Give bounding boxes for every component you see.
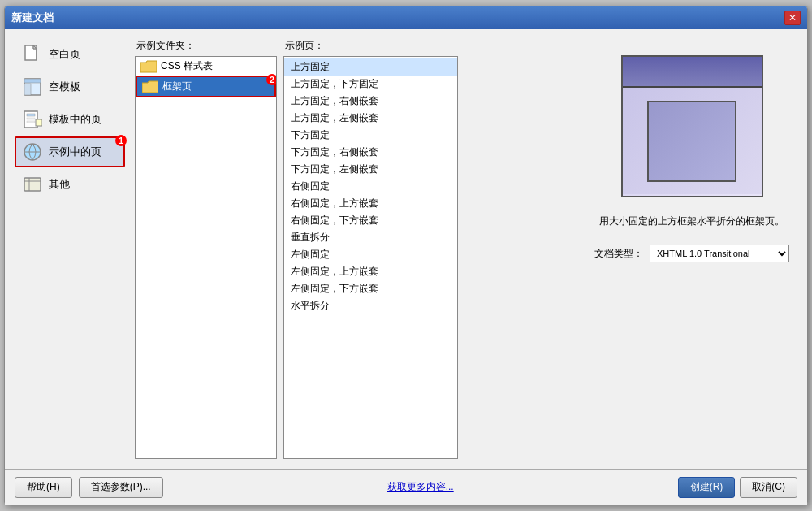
- folder-css-label: CSS 样式表: [161, 59, 213, 73]
- middle-section: 示例文件夹： CSS 样式表 框架页 2: [135, 39, 580, 459]
- page-item-vertical-split[interactable]: 垂直拆分: [284, 229, 457, 246]
- help-button[interactable]: 帮助(H): [15, 477, 72, 498]
- category-sample-page-label: 示例中的页: [49, 145, 102, 159]
- page-item-horizontal-split[interactable]: 水平拆分: [284, 297, 457, 314]
- category-blank-template[interactable]: 空模板: [15, 71, 125, 102]
- page-item-right-top-nested[interactable]: 右侧固定，上方嵌套: [284, 195, 457, 212]
- page-item-right-fixed[interactable]: 右侧固定: [284, 178, 457, 195]
- page-item-bottom-right-nested[interactable]: 下方固定，右侧嵌套: [284, 144, 457, 161]
- pages-list[interactable]: 上方固定 上方固定，下方固定 上方固定，右侧嵌套 上方固定，左侧嵌套 下方固定: [283, 56, 458, 459]
- doctype-select[interactable]: XHTML 1.0 Transitional XHTML 1.0 Strict …: [650, 245, 789, 262]
- svg-rect-10: [36, 119, 42, 126]
- blank-page-icon: [23, 45, 42, 64]
- folder-frameworks-label: 框架页: [162, 80, 192, 93]
- folder-item-frameworks[interactable]: 框架页 2: [136, 76, 276, 97]
- bottom-right-buttons: 创建(R) 取消(C): [678, 477, 797, 498]
- svg-rect-7: [27, 114, 35, 116]
- category-template-page-label: 模板中的页: [49, 112, 102, 127]
- page-item-top-bottom-fixed[interactable]: 上方固定，下方固定: [284, 76, 457, 93]
- category-blank-page-label: 空白页: [49, 47, 80, 62]
- left-panel: 空白页 空模板 模板中的页: [15, 39, 128, 459]
- category-blank-page[interactable]: 空白页: [15, 39, 125, 70]
- preview-bottom-area: [623, 88, 762, 194]
- title-bar: 新建文档 ✕: [5, 6, 807, 29]
- main-content: 空白页 空模板 模板中的页: [5, 29, 807, 469]
- doctype-label: 文档类型：: [594, 247, 643, 261]
- page-item-top-left-nested[interactable]: 上方固定，左侧嵌套: [284, 110, 457, 127]
- svg-rect-9: [27, 121, 35, 123]
- category-other[interactable]: 其他: [15, 169, 125, 200]
- page-item-bottom-left-nested[interactable]: 下方固定，左侧嵌套: [284, 161, 457, 178]
- folder-panel: 示例文件夹： CSS 样式表 框架页 2: [135, 39, 277, 459]
- create-button[interactable]: 创建(R): [678, 477, 736, 498]
- preferences-button[interactable]: 首选参数(P)...: [79, 477, 163, 498]
- page-item-left-top-nested[interactable]: 左侧固定，上方嵌套: [284, 263, 457, 280]
- folder-list[interactable]: CSS 样式表 框架页 2: [135, 56, 277, 459]
- category-template-page[interactable]: 模板中的页: [15, 104, 125, 135]
- close-button[interactable]: ✕: [784, 11, 801, 25]
- svg-rect-13: [24, 178, 41, 191]
- blank-template-icon: [23, 77, 42, 97]
- other-icon: [23, 175, 42, 194]
- get-more-button[interactable]: 获取更多内容...: [387, 480, 454, 494]
- category-sample-page[interactable]: 示例中的页 1: [15, 136, 125, 167]
- page-item-bottom-fixed[interactable]: 下方固定: [284, 127, 457, 144]
- template-page-icon: [23, 110, 42, 129]
- sample-page-icon: [23, 142, 42, 162]
- svg-rect-8: [27, 118, 35, 119]
- page-item-top-fixed[interactable]: 上方固定: [284, 58, 457, 76]
- page-item-left-fixed[interactable]: 左侧固定: [284, 246, 457, 263]
- sample-page-badge: 1: [115, 135, 127, 146]
- page-item-left-bottom-nested[interactable]: 左侧固定，下方嵌套: [284, 280, 457, 297]
- new-document-dialog: 新建文档 ✕ 空白页 空模板: [4, 6, 808, 505]
- page-item-top-right-nested[interactable]: 上方固定，右侧嵌套: [284, 93, 457, 110]
- folder-badge: 2: [266, 74, 277, 85]
- folder-icon-css: [140, 60, 157, 73]
- category-other-label: 其他: [49, 177, 70, 192]
- right-panel: 用大小固定的上方框架水平折分的框架页。 文档类型： XHTML 1.0 Tran…: [586, 39, 797, 459]
- pages-panel: 示例页： 上方固定 上方固定，下方固定 上方固定，右侧嵌套 上方固定，左侧嵌套: [283, 39, 458, 459]
- preview-inner-frame: [647, 101, 736, 182]
- page-item-right-bottom-nested[interactable]: 右侧固定，下方嵌套: [284, 212, 457, 229]
- folder-item-css[interactable]: CSS 样式表: [136, 57, 276, 76]
- bottom-left-buttons: 帮助(H) 首选参数(P)...: [15, 477, 163, 498]
- preview-description: 用大小固定的上方框架水平折分的框架页。: [594, 214, 789, 228]
- folder-panel-header: 示例文件夹：: [135, 39, 277, 53]
- dialog-title: 新建文档: [11, 11, 54, 25]
- doctype-row: 文档类型： XHTML 1.0 Transitional XHTML 1.0 S…: [594, 245, 789, 262]
- bottom-center-links: 获取更多内容...: [163, 480, 678, 494]
- folder-icon-frameworks: [142, 80, 158, 93]
- pages-panel-header: 示例页：: [283, 39, 458, 53]
- preview-top-frame: [623, 57, 762, 88]
- svg-rect-5: [24, 84, 31, 95]
- svg-rect-4: [24, 79, 41, 83]
- category-blank-template-label: 空模板: [49, 80, 80, 94]
- bottom-bar: 帮助(H) 首选参数(P)... 获取更多内容... 创建(R) 取消(C): [5, 469, 807, 505]
- preview-image: [621, 55, 763, 197]
- cancel-button[interactable]: 取消(C): [740, 477, 797, 498]
